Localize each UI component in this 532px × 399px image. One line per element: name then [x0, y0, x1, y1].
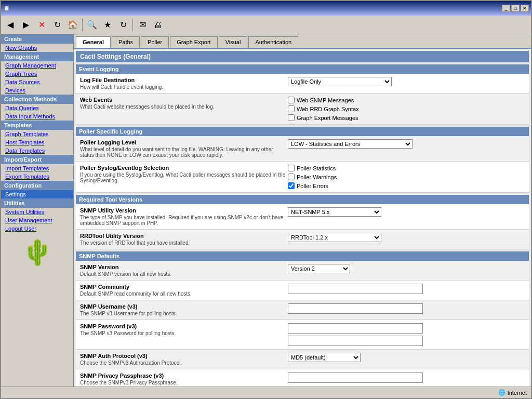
import-export-section-header: Import/Export [1, 155, 73, 164]
sidebar-item-graph-management[interactable]: Graph Management [1, 61, 73, 70]
poller-level-select[interactable]: LOW - Statistics and Errors NONE MEDIUM … [288, 139, 413, 149]
tab-authentication[interactable]: Authentication [248, 36, 298, 48]
log-file-dest-select[interactable]: Logfile Only Syslog/Eventlog Both [288, 77, 392, 86]
titlebar-controls: _ □ ✕ [502, 5, 529, 12]
maximize-button[interactable]: □ [511, 5, 520, 12]
snmp-version-label-col: SNMP Version Default SNMP version for al… [80, 264, 288, 277]
sidebar-item-import-templates[interactable]: Import Templates [1, 164, 73, 172]
media-button[interactable]: ↻ [116, 18, 130, 32]
poller-level-desc: What level of detail do you want sent to… [80, 147, 288, 158]
poller-level-label: Poller Logging Level [80, 139, 288, 145]
sidebar-item-data-input-methods[interactable]: Data Input Methods [1, 112, 73, 121]
sidebar-item-system-utilities[interactable]: System Utilities [1, 208, 73, 216]
print-button[interactable]: 🖨 [151, 18, 165, 32]
poller-warnings-checkbox[interactable] [288, 174, 295, 180]
snmp-auth-select[interactable]: MD5 (default) SHA [288, 353, 361, 362]
snmp-password-control [288, 323, 525, 346]
sidebar-item-graph-trees[interactable]: Graph Trees [1, 70, 73, 78]
snmp-priv-pass-label: SNMP Privacy Passphrase (v3) [80, 373, 288, 379]
snmp-util-control: NET-SNMP 5.x NONE [288, 207, 525, 217]
sidebar-item-user-management[interactable]: User Management [1, 216, 73, 224]
sidebar-item-logout-user[interactable]: Logout User [1, 224, 73, 233]
poller-errors-checkbox[interactable] [288, 182, 295, 189]
refresh-button[interactable]: ↻ [50, 18, 64, 32]
snmp-username-row: SNMP Username (v3) The SNMP v3 Username … [76, 300, 529, 320]
sidebar-item-settings[interactable]: Settings [1, 190, 73, 198]
tab-poller[interactable]: Poller [141, 36, 169, 48]
internet-label: Internet [508, 390, 527, 396]
sidebar: Create New Graphs Management Graph Manag… [1, 34, 74, 387]
sidebar-item-new-graphs[interactable]: New Graphs [1, 44, 73, 52]
search-button[interactable]: 🔍 [85, 18, 99, 32]
snmp-username-desc: The SNMP v3 Username for polling hosts. [80, 311, 288, 316]
rrdtool-control: RRDTool 1.2.x RRDTool 1.0.x [288, 233, 525, 242]
tab-graph-export[interactable]: Graph Export [170, 36, 217, 48]
snmp-util-label-col: SNMP Utility Version The type of SNMP yo… [80, 207, 288, 226]
snmp-priv-pass-input[interactable] [288, 373, 423, 383]
syslog-label-col: Poller Syslog/Eventlog Selection If you … [80, 165, 288, 183]
cactus-icon: 🌵 [6, 238, 68, 267]
rrdtool-row: RRDTool Utility Version The version of R… [76, 230, 529, 249]
rrdtool-select[interactable]: RRDTool 1.2.x RRDTool 1.0.x [288, 233, 381, 242]
web-snmp-checkbox[interactable] [288, 97, 295, 103]
sidebar-item-devices[interactable]: Devices [1, 86, 73, 95]
snmp-version-row: SNMP Version Default SNMP version for al… [76, 261, 529, 281]
snmp-community-label-col: SNMP Community Default SNMP read communi… [80, 284, 288, 297]
poller-level-row: Poller Logging Level What level of detai… [76, 136, 529, 162]
tab-visual[interactable]: Visual [219, 36, 248, 48]
log-file-dest-desc: How will Cacti handle event logging. [80, 84, 288, 90]
status-internet: 🌐 Internet [498, 389, 527, 396]
snmp-version-desc: Default SNMP version for all new hosts. [80, 271, 288, 277]
management-section-header: Management [1, 52, 73, 61]
sidebar-item-data-sources[interactable]: Data Sources [1, 78, 73, 86]
poller-stats-checkbox[interactable] [288, 165, 295, 171]
snmp-username-input[interactable] [288, 303, 423, 314]
minimize-button[interactable]: _ [502, 5, 510, 12]
snmp-password-input[interactable] [288, 323, 423, 334]
rrdtool-label-col: RRDTool Utility Version The version of R… [80, 233, 288, 246]
snmp-password-confirm-input[interactable] [288, 336, 423, 346]
collection-methods-section-header: Collection Methods [1, 95, 73, 104]
tab-paths[interactable]: Paths [112, 36, 140, 48]
page-content: Cacti Settings (General) Event Logging L… [74, 49, 531, 387]
log-file-dest-label: Log File Destination [80, 77, 288, 83]
toolbar-separator [82, 19, 83, 31]
snmp-version-select[interactable]: Version 2 Version 1 Version 3 [288, 264, 350, 273]
page-title: Cacti Settings (General) [76, 51, 529, 62]
syslog-desc: If you are using the Syslog/Eventlog, Wh… [80, 172, 288, 183]
sidebar-item-host-templates[interactable]: Host Templates [1, 138, 73, 147]
snmp-auth-row: SNMP Auth Protocol (v3) Choose the SNMPv… [76, 350, 529, 369]
toolbar-separator2 [132, 19, 133, 31]
snmp-username-label: SNMP Username (v3) [80, 303, 288, 310]
web-events-label-col: Web Events What Cacti website messages s… [80, 97, 288, 110]
browser-toolbar: ◀ ▶ ✕ ↻ 🏠 🔍 ★ ↻ ✉ 🖨 [1, 16, 531, 34]
web-snmp-row: Web SNMP Messages [288, 97, 525, 103]
snmp-defaults-header: SNMP Defaults [76, 251, 529, 261]
close-button[interactable]: ✕ [521, 5, 529, 12]
snmp-util-select[interactable]: NET-SNMP 5.x NONE [288, 207, 381, 217]
sidebar-item-data-templates[interactable]: Data Templates [1, 147, 73, 155]
graph-export-label: Graph Export Messages [297, 115, 358, 121]
favorites-button[interactable]: ★ [100, 18, 115, 32]
mail-button[interactable]: ✉ [135, 18, 150, 32]
graph-export-checkbox[interactable] [288, 114, 295, 121]
snmp-password-row: SNMP Password (v3) The SNMP v3 Password … [76, 320, 529, 350]
tab-general[interactable]: General [76, 36, 111, 48]
home-button[interactable]: 🏠 [65, 18, 80, 32]
forward-button[interactable]: ▶ [19, 18, 33, 32]
snmp-priv-pass-label-col: SNMP Privacy Passphrase (v3) Choose the … [80, 373, 288, 385]
stop-button[interactable]: ✕ [34, 18, 49, 32]
sidebar-item-graph-templates[interactable]: Graph Templates [1, 130, 73, 138]
log-file-dest-row: Log File Destination How will Cacti hand… [76, 74, 529, 94]
snmp-version-label: SNMP Version [80, 264, 288, 270]
snmp-auth-label-col: SNMP Auth Protocol (v3) Choose the SNMPv… [80, 353, 288, 366]
snmp-community-input[interactable] [288, 284, 423, 294]
sidebar-item-data-queries[interactable]: Data Queries [1, 104, 73, 112]
back-button[interactable]: ◀ [3, 18, 18, 32]
titlebar: 🖥 _ □ ✕ [1, 1, 531, 16]
log-file-dest-control: Logfile Only Syslog/Eventlog Both [288, 77, 525, 86]
poller-warnings-label: Poller Warnings [297, 174, 337, 180]
sidebar-item-export-templates[interactable]: Export Templates [1, 172, 73, 181]
web-rrd-checkbox[interactable] [288, 105, 295, 112]
web-rrd-label: Web RRD Graph Syntax [297, 106, 359, 112]
